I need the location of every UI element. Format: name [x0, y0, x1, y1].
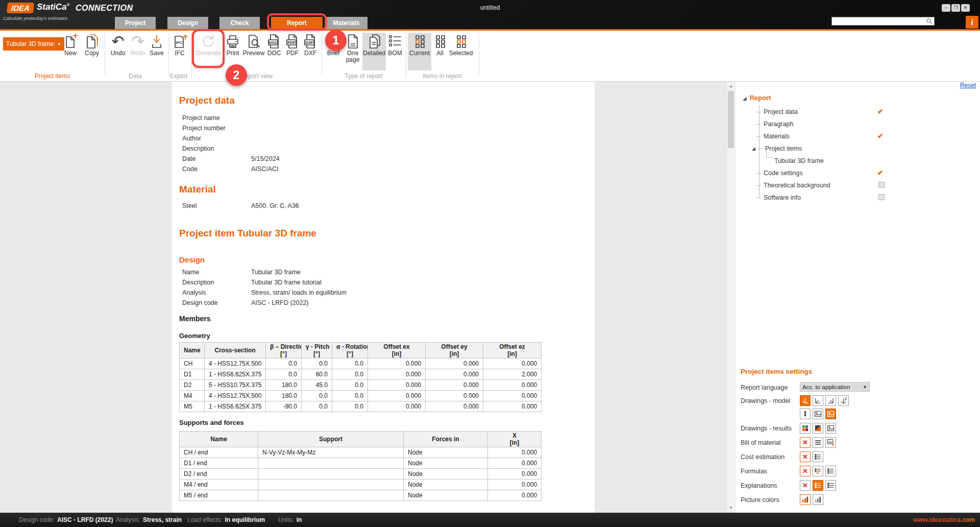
- supports-header-row: Name Support Forces in X[in]: [180, 432, 542, 447]
- model-axes-z-icon[interactable]: [838, 395, 849, 406]
- tree-item-project-items[interactable]: ◢Project items: [756, 143, 802, 154]
- check-icon-materials[interactable]: ✔: [877, 132, 886, 140]
- picture-icon[interactable]: [825, 423, 836, 434]
- checkbox-theoretical-background[interactable]: [878, 182, 885, 188]
- save-button[interactable]: Save: [147, 33, 166, 70]
- geometry-header: Name: [180, 343, 205, 358]
- tree-root-report[interactable]: ◢Report: [743, 94, 771, 102]
- redo-button[interactable]: ↷ Redo: [129, 33, 147, 70]
- report-row: CodeAISC/ACI: [182, 165, 279, 176]
- scrollbar-thumb[interactable]: [728, 91, 734, 148]
- none-x-icon[interactable]: ✕: [800, 437, 811, 448]
- none-x-icon[interactable]: ✕: [800, 466, 811, 476]
- list-icon[interactable]: [813, 451, 823, 462]
- list-icon[interactable]: [825, 466, 836, 476]
- tree-item-tubular-3d-frame[interactable]: Tubular 3D frame: [774, 155, 824, 166]
- picture-export-icon[interactable]: [825, 437, 836, 448]
- selected-button[interactable]: Selected: [448, 33, 474, 70]
- all-items-icon: [432, 33, 448, 50]
- check-icon-code-settings[interactable]: ✔: [877, 169, 886, 177]
- minimize-button[interactable]: –: [942, 4, 950, 12]
- bom-button[interactable]: BOM: [386, 33, 404, 70]
- expander-icon[interactable]: ◢: [752, 146, 755, 151]
- dxf-label: DXF: [304, 50, 316, 57]
- supports-table: Name Support Forces in X[in] CH / endN-V…: [179, 431, 542, 501]
- scroll-down-icon[interactable]: ▼: [727, 504, 735, 512]
- generate-button[interactable]: Generate: [194, 33, 223, 70]
- list-icon[interactable]: [825, 480, 836, 491]
- chart-gray-icon[interactable]: [813, 494, 823, 505]
- none-x-icon[interactable]: ✕: [800, 480, 811, 491]
- table-cell: D2: [180, 380, 205, 391]
- report-language-dropdown[interactable]: Acc. to application ▼: [800, 382, 870, 392]
- list-selected-icon[interactable]: [813, 480, 823, 491]
- tree-item-materials[interactable]: Materials: [756, 131, 790, 142]
- undo-button[interactable]: ↶ Undo: [107, 33, 129, 70]
- scroll-up-icon[interactable]: ▲: [727, 82, 735, 90]
- project-item-selector[interactable]: Tubular 3D frame ▼: [3, 37, 64, 51]
- ifc-button[interactable]: IFC IFC: [169, 33, 190, 70]
- tab-report[interactable]: Report: [271, 17, 323, 29]
- search-icon[interactable]: [926, 18, 933, 25]
- svg-text:PDF: PDF: [288, 40, 296, 45]
- tree-item-software-info[interactable]: Software info: [756, 192, 801, 203]
- table-cell: 0.000: [488, 490, 542, 501]
- tab-check[interactable]: Check: [219, 17, 260, 29]
- all-button[interactable]: All: [432, 33, 448, 70]
- check-icon-project-data[interactable]: ✔: [877, 107, 886, 115]
- detailed-button[interactable]: Detailed: [362, 33, 386, 70]
- model-axes-gamma-icon[interactable]: [825, 395, 836, 406]
- dxf-button[interactable]: DXF DXF: [301, 33, 320, 70]
- section-title-members: Members: [179, 315, 210, 323]
- copy-button[interactable]: Copy: [81, 33, 103, 70]
- geometry-header: β – Direction[°]: [266, 343, 302, 358]
- table-cell: 5 - HSS10.75X.375: [205, 380, 266, 391]
- current-button[interactable]: Current: [408, 33, 431, 70]
- website-link[interactable]: www.ideastatica.com: [913, 513, 975, 527]
- doc-button[interactable]: DOC DOC: [265, 33, 283, 70]
- list-arrow-icon[interactable]: [813, 466, 823, 476]
- report-row: DescriptionTubular 3D frame tutorial: [182, 279, 322, 289]
- lines-icon[interactable]: [813, 437, 823, 448]
- close-button[interactable]: ✕: [961, 4, 970, 12]
- checkbox-software-info[interactable]: [878, 194, 885, 200]
- text-style-icon[interactable]: I: [800, 409, 811, 419]
- vertical-scrollbar[interactable]: ▲ ▼: [726, 82, 735, 513]
- tree-tick: [756, 136, 761, 137]
- info-button[interactable]: i: [966, 16, 978, 29]
- half-orange-icon[interactable]: [813, 423, 823, 434]
- preview-button[interactable]: Preview: [242, 33, 265, 70]
- all-label: All: [436, 50, 443, 57]
- svg-text:IFC: IFC: [176, 40, 183, 45]
- report-row: SteelA500. Gr. C, A36: [182, 202, 299, 212]
- none-x-icon[interactable]: ✕: [800, 451, 811, 462]
- picture-icon[interactable]: [813, 409, 823, 419]
- tree-root-label: Report: [750, 94, 771, 102]
- pdf-button[interactable]: PDF PDF: [284, 33, 301, 70]
- supports-header: Support: [258, 432, 404, 447]
- chart-color-icon[interactable]: [800, 494, 811, 505]
- generate-icon: [200, 33, 216, 50]
- model-3d-drawing-icon[interactable]: [800, 395, 811, 406]
- tab-project[interactable]: Project: [115, 17, 156, 29]
- current-label: Current: [409, 50, 430, 57]
- table-row: D25 - HSS10.75X.375180.045.00.00.0000.00…: [180, 380, 542, 391]
- tree-item-project-data[interactable]: Project data: [756, 106, 798, 117]
- picture-selected-icon[interactable]: [825, 409, 836, 419]
- new-button[interactable]: New: [60, 33, 81, 70]
- search-input[interactable]: [832, 17, 926, 25]
- table-cell: 0.0: [332, 391, 368, 401]
- tree-item-code-settings[interactable]: Code settings: [756, 167, 802, 179]
- model-axes-beta-icon[interactable]: [813, 395, 823, 406]
- tree-item-label: Project data: [764, 108, 798, 115]
- status-value: In equilibrium: [225, 516, 265, 523]
- maximize-button[interactable]: ❐: [951, 4, 960, 12]
- tree-item-paragraph[interactable]: Paragraph: [756, 118, 793, 130]
- tab-design[interactable]: Design: [167, 17, 208, 29]
- mesh-colored-icon[interactable]: [800, 423, 811, 434]
- table-cell: 1 - HSS6.625X.375: [205, 401, 266, 412]
- expander-icon[interactable]: ◢: [743, 95, 747, 101]
- tab-materials[interactable]: Materials: [325, 17, 368, 29]
- reset-link[interactable]: Reset: [960, 82, 976, 89]
- tree-item-theoretical-background[interactable]: Theoretical background: [756, 180, 830, 191]
